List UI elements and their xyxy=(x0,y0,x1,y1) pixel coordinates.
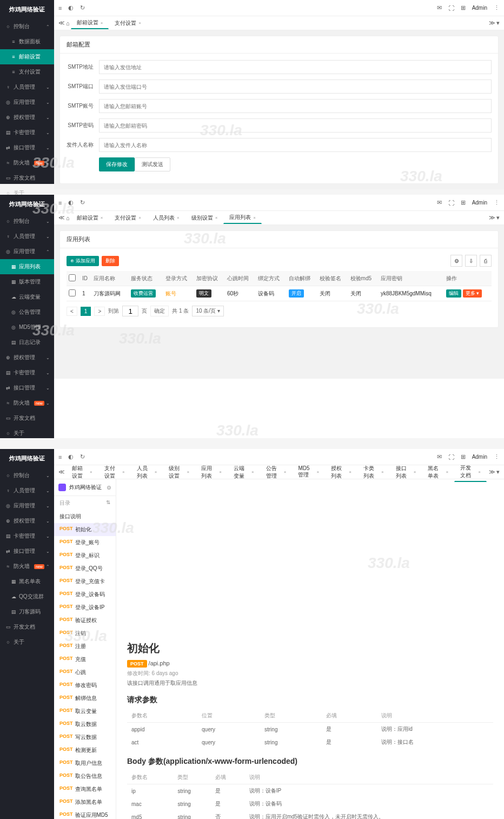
doc-nav-解绑信息[interactable]: POST解绑信息 xyxy=(54,692,116,705)
tabs-prev-icon[interactable]: ≪ xyxy=(58,214,65,221)
SMTP端口-input[interactable] xyxy=(99,80,492,94)
close-icon[interactable]: × xyxy=(253,215,256,220)
refresh-icon[interactable]: ↻ xyxy=(80,4,85,11)
SMTP地址-input[interactable] xyxy=(99,60,492,74)
sidebar-item-卡密管理[interactable]: ▤卡密管理 xyxy=(0,529,54,544)
close-icon[interactable]: × xyxy=(381,470,384,474)
admin-label[interactable]: Admin xyxy=(472,5,487,11)
home-icon[interactable]: ⌂ xyxy=(66,215,70,221)
doc-nav-验证授权[interactable]: POST验证授权 xyxy=(54,614,116,627)
tabs-next-icon[interactable]: ≫ xyxy=(489,214,495,221)
page-prev[interactable]: < xyxy=(67,307,77,316)
doc-nav-注销[interactable]: POST注销 xyxy=(54,627,116,640)
doc-nav-注册[interactable]: POST注册 xyxy=(54,640,116,653)
doc-nav-toggle-icon[interactable]: ⇅ xyxy=(106,499,110,507)
doc-nav-登录_账号[interactable]: POST登录_账号 xyxy=(54,536,116,549)
sidebar-item-关于[interactable]: ○关于 xyxy=(0,426,54,441)
expand-icon[interactable]: ⛶ xyxy=(448,200,454,206)
tab-MD5管理[interactable]: MD5管理× xyxy=(292,462,325,482)
tab-开发文档[interactable]: 开发文档× xyxy=(454,462,487,482)
close-icon[interactable]: × xyxy=(284,470,287,474)
tab-人员列表[interactable]: 人员列表× xyxy=(147,212,185,224)
sidebar-item-卡密管理[interactable]: ▤卡密管理 xyxy=(0,365,54,380)
home-icon[interactable]: ⌂ xyxy=(66,20,70,27)
grid-icon[interactable]: ⊞ xyxy=(461,453,466,460)
page-confirm[interactable]: 确定 xyxy=(150,306,169,316)
delete-button[interactable]: 删除 xyxy=(102,256,119,266)
doc-nav-取用户信息[interactable]: POST取用户信息 xyxy=(54,757,116,770)
doc-nav-写云数据[interactable]: POST写云数据 xyxy=(54,731,116,744)
tab-应用列表[interactable]: 应用列表× xyxy=(195,462,228,482)
tabs-down-icon[interactable]: ▾ xyxy=(496,214,500,221)
doc-nav-取公告信息[interactable]: POST取公告信息 xyxy=(54,770,116,783)
tab-邮箱设置[interactable]: 邮箱设置× xyxy=(71,17,109,29)
tab-黑名单表[interactable]: 黑名单表× xyxy=(422,462,454,482)
tabs-next-icon[interactable]: ≫ xyxy=(489,468,495,475)
sidebar-item-邮箱设置[interactable]: ≡邮箱设置 xyxy=(0,49,54,64)
doc-nav-取云变量[interactable]: POST取云变量 xyxy=(54,705,116,718)
sidebar-item-授权管理[interactable]: ⊕授权管理 xyxy=(0,350,54,365)
doc-nav-登录_充值卡[interactable]: POST登录_充值卡 xyxy=(54,575,116,588)
sidebar-item-QQ交流群[interactable]: ☁QQ交流群 xyxy=(0,589,54,604)
sidebar-item-控制台[interactable]: ○控制台 xyxy=(0,19,54,34)
close-icon[interactable]: × xyxy=(446,470,449,474)
tab-接口列表[interactable]: 接口列表× xyxy=(390,462,422,482)
sidebar-item-接口管理[interactable]: ⇄接口管理 xyxy=(0,140,54,155)
sidebar-item-防火墙[interactable]: ≈防火墙new xyxy=(0,155,54,170)
sidebar-item-人员管理[interactable]: ♀人员管理 xyxy=(0,80,54,95)
close-icon[interactable]: × xyxy=(215,215,218,220)
tabs-down-icon[interactable]: ▾ xyxy=(496,468,500,475)
close-icon[interactable]: × xyxy=(155,470,157,474)
发件人名称-input[interactable] xyxy=(99,138,492,152)
export-icon[interactable]: ⇩ xyxy=(465,255,477,267)
doc-nav-心跳[interactable]: POST心跳 xyxy=(54,666,116,679)
sidebar-item-版本管理[interactable]: ▦版本管理 xyxy=(0,274,54,289)
sidebar-item-日志记录[interactable]: ▤日志记录 xyxy=(0,335,54,350)
add-app-button[interactable]: ⊕ 添加应用 xyxy=(67,256,99,266)
sidebar-item-关于[interactable]: ○关于 xyxy=(0,635,54,650)
close-icon[interactable]: × xyxy=(219,470,222,474)
more-button[interactable]: 更多 ▾ xyxy=(463,289,482,298)
doc-nav-添加黑名单[interactable]: POST添加黑名单 xyxy=(54,796,116,809)
doc-nav-充值[interactable]: POST充值 xyxy=(54,653,116,666)
close-icon[interactable]: × xyxy=(414,470,416,474)
menu-icon[interactable]: ≡ xyxy=(58,200,62,206)
sidebar-item-控制台[interactable]: ○控制台 xyxy=(0,214,54,229)
sidebar-item-开发文档[interactable]: ▭开发文档 xyxy=(0,619,54,635)
expand-icon[interactable]: ⛶ xyxy=(448,454,454,460)
sidebar-item-接口管理[interactable]: ⇄接口管理 xyxy=(0,544,54,559)
tab-级别设置[interactable]: 级别设置× xyxy=(163,462,195,482)
sidebar-item-接口管理[interactable]: ⇄接口管理 xyxy=(0,380,54,395)
admin-label[interactable]: Admin xyxy=(472,454,487,460)
sidebar-item-支付设置[interactable]: ≡支付设置 xyxy=(0,64,54,80)
expand-icon[interactable]: ⛶ xyxy=(448,5,454,11)
doc-nav-登录_QQ号[interactable]: POST登录_QQ号 xyxy=(54,562,116,575)
SMTP密码-input[interactable] xyxy=(99,118,492,133)
close-icon[interactable]: × xyxy=(478,470,481,474)
sidebar-item-应用管理[interactable]: ◎应用管理 xyxy=(0,498,54,513)
doc-nav-验证应用MD5[interactable]: POST验证应用MD5 xyxy=(54,809,116,819)
doc-nav-接口说明[interactable]: 接口说明 xyxy=(54,510,116,523)
page-input[interactable] xyxy=(122,306,138,316)
tab-云端变量[interactable]: 云端变量× xyxy=(228,462,260,482)
sidebar-item-数据面板[interactable]: ≡数据面板 xyxy=(0,34,54,49)
sidebar-item-云端变量[interactable]: ☁云端变量 xyxy=(0,289,54,305)
tabs-prev-icon[interactable]: ≪ xyxy=(58,468,65,475)
filter-icon[interactable]: ⚙ xyxy=(450,255,462,267)
sidebar-item-人员管理[interactable]: ♀人员管理 xyxy=(0,483,54,498)
sidebar-item-应用列表[interactable]: ▦应用列表 xyxy=(0,259,54,274)
close-icon[interactable]: × xyxy=(138,21,141,25)
tab-级别设置[interactable]: 级别设置× xyxy=(185,212,224,224)
print-icon[interactable]: ⎙ xyxy=(480,255,492,267)
close-icon[interactable]: × xyxy=(101,215,103,220)
moon-icon[interactable]: ◐ xyxy=(68,199,74,206)
sidebar-item-黑名单表[interactable]: ▦黑名单表 xyxy=(0,574,54,589)
msg-icon[interactable]: ✉ xyxy=(437,453,442,460)
sidebar-item-MD5管理[interactable]: ◎MD5管理 xyxy=(0,320,54,335)
sidebar-item-开发文档[interactable]: ▭开发文档 xyxy=(0,170,54,186)
doc-nav-登录_标识[interactable]: POST登录_标识 xyxy=(54,549,116,562)
msg-icon[interactable]: ✉ xyxy=(437,199,442,206)
tab-人员列表[interactable]: 人员列表× xyxy=(131,462,163,482)
search-icon[interactable]: ⚙ xyxy=(107,485,111,491)
grid-icon[interactable]: ⊞ xyxy=(461,199,466,206)
